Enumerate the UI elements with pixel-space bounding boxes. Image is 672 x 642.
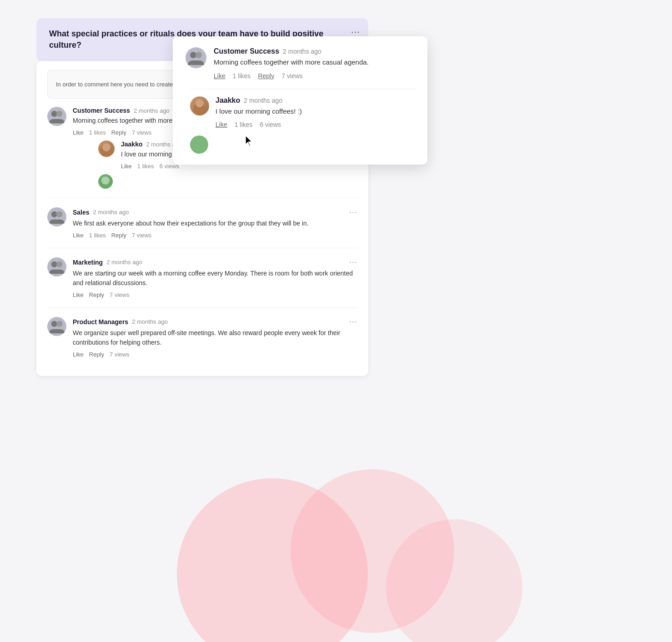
comment-header: Product Managers 2 months ago ···	[73, 317, 357, 326]
svg-point-7	[56, 321, 62, 327]
comment-menu-button[interactable]: ···	[349, 317, 357, 326]
comment-time: 2 months ago	[132, 318, 168, 325]
svg-point-6	[51, 321, 57, 327]
svg-point-0	[51, 111, 57, 117]
comment-text: We first ask everyone about how their ex…	[73, 219, 357, 228]
question-menu-button[interactable]: ···	[351, 26, 360, 37]
avatar	[47, 317, 66, 336]
comment-text: We organize super well prepared off-site…	[73, 328, 357, 347]
comment-time: 2 months ago	[93, 209, 129, 216]
popup-reply-text: I love our morning coffees! :)	[216, 106, 415, 117]
comment-actions: Like Reply 7 views	[73, 351, 357, 358]
like-button[interactable]: Like	[73, 291, 84, 298]
comment-time: 2 months ago	[134, 107, 170, 114]
group-avatar-icon	[48, 108, 65, 125]
popup-comment-author: Customer Success	[214, 47, 279, 55]
comment-author: Sales	[73, 209, 90, 216]
popup-comment-actions: Like 1 likes Reply 7 views	[214, 72, 415, 80]
comment-item: Product Managers 2 months ago ··· We org…	[47, 317, 357, 367]
reply-button[interactable]: Reply	[89, 291, 104, 298]
popup-reply-actions: Like 1 likes 6 views	[216, 121, 415, 128]
reply-button[interactable]: Reply	[111, 129, 126, 136]
reply-likes-count: 1 likes	[137, 163, 154, 170]
jaakko-avatar	[98, 140, 115, 157]
views-count: 7 views	[132, 129, 151, 136]
svg-point-1	[56, 111, 62, 117]
popup-reply-button[interactable]: Reply	[258, 72, 274, 80]
popup-reply-likes-count: 1 likes	[235, 121, 253, 128]
bg-circle-3	[386, 519, 522, 642]
popup-reply-item: Jaakko 2 months ago I love our morning c…	[190, 89, 415, 129]
reply-like-button[interactable]: Like	[121, 163, 132, 170]
comment-item: Marketing 2 months ago ··· We are starti…	[47, 257, 357, 308]
reply-author: Jaakko	[121, 140, 142, 148]
popup-reply-views-count: 6 views	[260, 121, 281, 128]
group-avatar-icon	[48, 258, 65, 276]
comment-author: Product Managers	[73, 318, 128, 326]
comment-menu-button[interactable]: ···	[349, 257, 357, 267]
background-decoration	[131, 415, 541, 642]
views-count: 7 views	[132, 232, 151, 239]
popup-main-comment: Customer Success 2 months ago Morning co…	[186, 47, 415, 80]
svg-point-5	[56, 261, 62, 267]
svg-point-8	[190, 52, 196, 58]
bg-circle-2	[291, 469, 454, 633]
popup-comment-time: 2 months ago	[283, 48, 321, 55]
comment-header: Sales 2 months ago ···	[73, 207, 357, 217]
comment-actions: Like Reply 7 views	[73, 291, 357, 298]
third-avatar	[98, 174, 113, 189]
comment-header: Marketing 2 months ago ···	[73, 257, 357, 267]
popup-reply-header: Jaakko 2 months ago	[216, 96, 415, 105]
like-button[interactable]: Like	[73, 232, 84, 239]
popup-group-icon	[187, 49, 205, 67]
reply-button[interactable]: Reply	[111, 232, 126, 239]
avatar	[47, 107, 66, 126]
views-count: 7 views	[110, 351, 129, 358]
third-person-avatar	[190, 135, 208, 154]
bg-circle-1	[177, 478, 368, 642]
comment-author: Customer Success	[73, 107, 130, 114]
likes-count: 1 likes	[89, 129, 106, 136]
popup-views-count: 7 views	[281, 72, 303, 80]
comment-actions: Like 1 likes Reply 7 views	[73, 232, 357, 239]
reply-button[interactable]: Reply	[89, 351, 104, 358]
avatar	[47, 207, 66, 226]
likes-count: 1 likes	[89, 232, 106, 239]
popup-card: Customer Success 2 months ago Morning co…	[173, 36, 427, 165]
comment-time: 2 months ago	[106, 259, 142, 266]
comment-content: Sales 2 months ago ··· We first ask ever…	[73, 207, 357, 239]
popup-reply-like-button[interactable]: Like	[216, 121, 227, 128]
svg-point-4	[51, 261, 57, 267]
comment-author: Marketing	[73, 259, 103, 266]
group-avatar-icon	[48, 208, 65, 226]
popup-comment-content: Customer Success 2 months ago Morning co…	[214, 47, 415, 80]
svg-point-3	[56, 211, 62, 217]
popup-likes-count: 1 likes	[233, 72, 251, 80]
group-avatar-icon	[48, 318, 65, 335]
popup-reply-avatar	[190, 96, 209, 115]
popup-reply-time: 2 months ago	[244, 97, 282, 104]
comment-content: Product Managers 2 months ago ··· We org…	[73, 317, 357, 358]
comment-menu-button[interactable]: ···	[349, 207, 357, 217]
comment-item: Sales 2 months ago ··· We first ask ever…	[47, 207, 357, 248]
popup-avatar	[186, 47, 206, 68]
comment-content: Marketing 2 months ago ··· We are starti…	[73, 257, 357, 298]
popup-like-button[interactable]: Like	[214, 72, 226, 80]
like-button[interactable]: Like	[73, 351, 84, 358]
popup-comment-text: Morning coffees together with more casua…	[214, 57, 415, 68]
views-count: 7 views	[110, 291, 129, 298]
svg-point-9	[196, 52, 202, 58]
popup-reply-content: Jaakko 2 months ago I love our morning c…	[216, 96, 415, 129]
comment-text: We are starting our week with a morning …	[73, 269, 357, 288]
popup-reply-author: Jaakko	[216, 96, 240, 105]
popup-comment-header: Customer Success 2 months ago	[214, 47, 415, 55]
svg-point-2	[51, 211, 57, 217]
avatar	[47, 257, 66, 276]
like-button[interactable]: Like	[73, 129, 84, 136]
